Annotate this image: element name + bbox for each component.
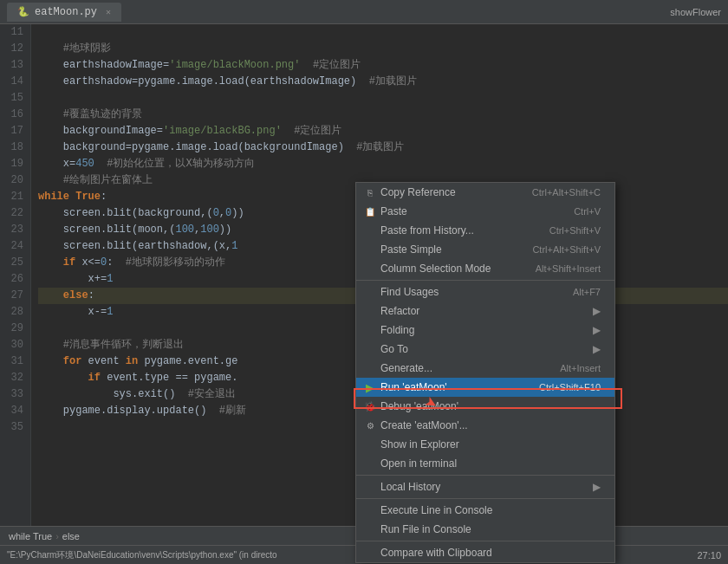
local-history-arrow-icon: ▶ (593, 481, 601, 493)
folding-arrow-icon: ▶ (593, 324, 601, 336)
breadcrumb-item-0[interactable]: while True (9, 531, 52, 541)
show-in-explorer-label: Show in Explorer (380, 438, 459, 451)
line-number: 30 (7, 337, 23, 353)
column-selection-shortcut: Alt+Shift+Insert (536, 263, 601, 274)
code-line: earthshadow=pygame.image.load(earthshado… (38, 74, 728, 90)
line-number: 13 (7, 57, 23, 74)
line-number: 11 (7, 24, 23, 41)
menu-separator (356, 541, 614, 541)
run-file-icon (363, 522, 377, 536)
line-number: 27 (7, 288, 23, 304)
code-line: #地球阴影 (38, 41, 728, 57)
menu-item-goto[interactable]: Go To▶ (356, 340, 614, 359)
paste-simple-label: Paste Simple (380, 243, 442, 256)
code-line: backgroundImage='image/blackBG.png' #定位图… (38, 123, 728, 139)
line-number: 14 (7, 74, 23, 90)
line-number: 17 (7, 123, 23, 139)
execute-line-icon (363, 503, 377, 517)
menu-item-local-history[interactable]: Local History▶ (356, 477, 614, 496)
menu-item-find-usages[interactable]: Find UsagesAlt+F7 (356, 282, 614, 301)
folding-label: Folding (380, 324, 414, 336)
menu-item-execute-line[interactable]: Execute Line in Console (356, 501, 614, 520)
line-number: 12 (7, 41, 23, 57)
goto-label: Go To (380, 343, 408, 355)
line-number: 18 (7, 139, 23, 156)
menu-item-paste-from-history[interactable]: Paste from History...Ctrl+Shift+V (356, 221, 614, 240)
menu-item-compare-clipboard[interactable]: Compare with Clipboard (356, 543, 614, 562)
menu-item-run[interactable]: ▶Run 'eatMoon'Ctrl+Shift+F10 (356, 378, 614, 397)
tab-filename: eatMoon.py (35, 6, 97, 18)
menu-item-column-selection[interactable]: Column Selection ModeAlt+Shift+Insert (356, 259, 614, 278)
open-terminal-label: Open in terminal (380, 457, 457, 470)
run-file-label: Run File in Console (380, 523, 471, 535)
create-label: Create 'eatMoon'... (380, 419, 468, 431)
status-time: 27:10 (697, 550, 721, 561)
line-number: 20 (7, 172, 23, 189)
local-history-label: Local History (380, 481, 440, 493)
line-number: 28 (7, 304, 23, 321)
paste-label: Paste (380, 205, 407, 217)
menu-item-paste[interactable]: 📋PasteCtrl+V (356, 202, 614, 221)
menu-item-debug[interactable]: 🐞Debug 'eatMoon' (356, 397, 614, 416)
line-number: 23 (7, 222, 23, 238)
line-number: 22 (7, 205, 23, 222)
line-number: 31 (7, 353, 23, 370)
create-icon: ⚙ (363, 418, 377, 432)
line-number: 33 (7, 386, 23, 403)
compare-clipboard-label: Compare with Clipboard (380, 547, 492, 559)
menu-item-folding[interactable]: Folding▶ (356, 321, 614, 340)
local-history-icon (363, 480, 377, 494)
run-label: Run 'eatMoon' (380, 381, 447, 393)
copy-reference-shortcut: Ctrl+Alt+Shift+C (532, 187, 601, 198)
menu-item-generate[interactable]: Generate...Alt+Insert (356, 359, 614, 378)
line-number: 16 (7, 107, 23, 123)
menu-item-paste-simple[interactable]: Paste SimpleCtrl+Alt+Shift+V (356, 240, 614, 259)
line-number: 34 (7, 403, 23, 419)
generate-shortcut: Alt+Insert (560, 363, 601, 373)
compare-clipboard-icon (363, 546, 377, 560)
paste-from-history-icon (363, 224, 377, 237)
paste-from-history-label: Paste from History... (380, 224, 474, 237)
breadcrumb-separator: › (55, 531, 59, 541)
line-number: 35 (7, 419, 23, 436)
menu-separator (356, 280, 614, 281)
menu-separator (356, 498, 614, 499)
line-number: 32 (7, 370, 23, 386)
find-usages-shortcut: Alt+F7 (573, 287, 601, 297)
run-shortcut: Ctrl+Shift+F10 (539, 382, 601, 392)
line-number: 25 (7, 255, 23, 271)
refactor-label: Refactor (380, 305, 419, 317)
python-file-icon: 🐍 (17, 6, 29, 17)
menu-item-run-file[interactable]: Run File in Console (356, 520, 614, 539)
paste-simple-icon (363, 243, 377, 256)
line-number: 29 (7, 321, 23, 337)
debug-icon: 🐞 (363, 399, 377, 413)
breadcrumb-item-1[interactable]: else (62, 531, 80, 541)
generate-label: Generate... (380, 362, 432, 374)
title-bar-right-label: showFlower (670, 7, 721, 17)
code-line: x=450 #初始化位置，以X轴为移动方向 (38, 156, 728, 172)
menu-item-copy-reference[interactable]: ⎘Copy ReferenceCtrl+Alt+Shift+C (356, 183, 614, 202)
line-numbers: 1112131415161718192021222324252627282930… (0, 24, 31, 526)
tab-close[interactable]: ✕ (106, 7, 111, 17)
generate-icon (363, 361, 377, 375)
menu-item-open-terminal[interactable]: Open in terminal (356, 454, 614, 473)
paste-from-history-shortcut: Ctrl+Shift+V (549, 225, 601, 236)
line-number: 19 (7, 156, 23, 172)
refactor-arrow-icon: ▶ (593, 305, 601, 317)
show-in-explorer-icon (363, 438, 377, 451)
code-line: earthshadowImage='image/blackMoon.png' #… (38, 57, 728, 74)
menu-separator (356, 475, 614, 476)
status-path: "E:\PyCharm环境\DaNeiEducation\venv\Script… (7, 549, 277, 561)
code-line: #覆盖轨迹的背景 (38, 107, 728, 123)
execute-line-label: Execute Line in Console (380, 504, 492, 516)
menu-item-create[interactable]: ⚙Create 'eatMoon'... (356, 416, 614, 435)
line-number: 24 (7, 238, 23, 255)
paste-simple-shortcut: Ctrl+Alt+Shift+V (532, 244, 601, 255)
editor-tab[interactable]: 🐍 eatMoon.py ✕ (7, 3, 121, 22)
menu-item-refactor[interactable]: Refactor▶ (356, 301, 614, 321)
open-terminal-icon (363, 457, 377, 470)
goto-arrow-icon: ▶ (593, 343, 601, 355)
menu-item-show-in-explorer[interactable]: Show in Explorer (356, 435, 614, 454)
goto-icon (363, 342, 377, 356)
